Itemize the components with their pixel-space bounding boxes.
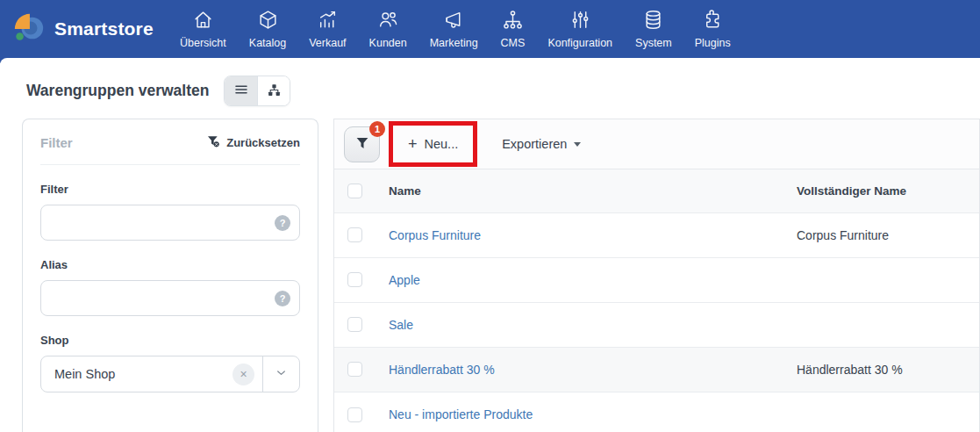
column-header-name[interactable]: Name	[389, 169, 797, 212]
new-category-button[interactable]: + Neu...	[393, 126, 473, 162]
nav-label: Katalog	[249, 37, 286, 49]
filter-clear-icon	[206, 134, 220, 151]
chevron-down-icon	[275, 366, 288, 382]
filter-panel: Filter Zurücksetzen Filter ?	[22, 119, 318, 432]
category-table: Name Vollständiger Name Corpus Furniture…	[334, 169, 979, 432]
list-icon	[233, 82, 249, 100]
shop-select-value[interactable]: Mein Shop	[41, 367, 232, 381]
export-label: Exportieren	[502, 137, 567, 151]
nav-label: Kunden	[369, 37, 407, 49]
nav-label: System	[635, 37, 672, 49]
category-name-link[interactable]: Corpus Furniture	[389, 228, 481, 242]
table-row: Sale	[334, 302, 979, 347]
nav-item-uebersicht[interactable]: Übersicht	[168, 9, 238, 49]
reset-filters-label: Zurücksetzen	[226, 136, 300, 149]
filter-panel-header: Filter Zurücksetzen	[23, 119, 318, 164]
list-view-button[interactable]	[225, 76, 257, 105]
nav-label: Plugins	[695, 37, 731, 49]
annotation-box: + Neu...	[389, 121, 477, 167]
row-checkbox[interactable]	[347, 407, 362, 422]
database-icon	[642, 9, 664, 33]
tree-view-button[interactable]	[257, 76, 290, 105]
megaphone-icon	[443, 9, 465, 33]
row-checkbox[interactable]	[347, 227, 362, 242]
category-name-link[interactable]: Neu - importierte Produkte	[389, 407, 533, 421]
category-grid: 1 + Neu... Exportieren	[333, 119, 980, 432]
toggle-filter-button[interactable]: 1	[344, 126, 380, 162]
table-row: Corpus Furniture Corpus Furniture	[334, 212, 979, 257]
grid-toolbar: 1 + Neu... Exportieren	[334, 119, 979, 169]
row-checkbox[interactable]	[347, 317, 362, 332]
alias-field-group: Alias ?	[40, 258, 300, 316]
table-row: Händlerrabatt 30 % Händlerrabatt 30 %	[334, 347, 979, 392]
table-row: Apple	[334, 257, 979, 302]
bar-chart-icon	[317, 9, 339, 33]
category-name-link[interactable]: Apple	[389, 273, 420, 287]
puzzle-icon	[702, 9, 724, 33]
shop-field-group: Shop Mein Shop ×	[40, 334, 300, 392]
export-dropdown-button[interactable]: Exportieren	[493, 137, 590, 151]
nav-item-marketing[interactable]: Marketing	[418, 9, 490, 49]
nav-item-verkauf[interactable]: Verkauf	[297, 9, 357, 49]
column-header-full-name[interactable]: Vollständiger Name	[797, 169, 979, 212]
filter-field-label: Filter	[40, 183, 300, 196]
nav-label: Konfiguration	[547, 37, 612, 49]
table-body: Corpus Furniture Corpus Furniture Apple	[334, 212, 979, 432]
nav-item-system[interactable]: System	[624, 9, 683, 49]
nav-label: CMS	[501, 37, 526, 49]
reset-filters-button[interactable]: Zurücksetzen	[206, 134, 300, 151]
page-header: Warengruppen verwalten	[0, 58, 980, 119]
row-checkbox[interactable]	[347, 362, 362, 377]
clear-selection-icon[interactable]: ×	[232, 364, 254, 385]
category-name-link[interactable]: Sale	[389, 318, 413, 332]
cube-icon	[257, 9, 279, 33]
sitemap-icon	[502, 9, 524, 33]
filter-panel-title: Filter	[40, 135, 73, 150]
smartstore-logo-icon	[12, 11, 46, 47]
nav-label: Marketing	[430, 37, 478, 49]
page-title: Warengruppen verwalten	[26, 82, 209, 100]
view-toggle-group	[224, 76, 290, 106]
brand-logo[interactable]: Smartstore	[12, 11, 154, 47]
caret-down-icon	[574, 142, 581, 147]
filter-panel-body: Filter ? Alias ? Shop Mei	[23, 165, 318, 428]
shop-select-caret[interactable]	[262, 356, 299, 392]
funnel-icon	[354, 135, 370, 154]
filter-input[interactable]	[40, 205, 300, 241]
category-full-name: Händlerrabatt 30 %	[797, 363, 903, 377]
nav-item-plugins[interactable]: Plugins	[683, 9, 742, 49]
main-area: Filter Zurücksetzen Filter ?	[0, 119, 980, 432]
filter-field-group: Filter ?	[40, 183, 300, 241]
category-name-link[interactable]: Händlerrabatt 30 %	[389, 363, 495, 377]
new-category-label: Neu...	[425, 137, 459, 151]
table-row: Neu - importierte Produkte	[334, 392, 979, 432]
alias-input[interactable]	[40, 280, 300, 316]
content-area: Warengruppen verwalten Filter	[0, 58, 980, 432]
nav-item-cms[interactable]: CMS	[490, 9, 537, 49]
brand-name: Smartstore	[54, 18, 154, 40]
nav-label: Verkauf	[309, 37, 346, 49]
help-icon[interactable]: ?	[275, 215, 290, 231]
nav-item-konfiguration[interactable]: Konfiguration	[536, 9, 624, 49]
plus-icon: +	[408, 136, 418, 152]
sliders-icon	[569, 9, 591, 33]
alias-field-label: Alias	[40, 258, 300, 271]
tree-icon	[267, 83, 282, 100]
table-header-row: Name Vollständiger Name	[334, 169, 979, 212]
nav-label: Übersicht	[180, 37, 226, 49]
main-nav: Übersicht Katalog Verkauf Kunden Marketi…	[168, 9, 742, 49]
home-icon	[192, 9, 214, 33]
category-full-name: Corpus Furniture	[797, 228, 889, 242]
filter-count-badge: 1	[369, 121, 385, 137]
topbar: Smartstore Übersicht Katalog Verkauf Kun…	[0, 0, 980, 63]
help-icon[interactable]: ?	[275, 291, 290, 306]
nav-item-katalog[interactable]: Katalog	[238, 9, 297, 49]
row-checkbox[interactable]	[347, 272, 362, 287]
shop-select[interactable]: Mein Shop ×	[40, 356, 300, 392]
people-icon	[377, 9, 399, 33]
select-all-checkbox[interactable]	[347, 184, 362, 198]
nav-item-kunden[interactable]: Kunden	[358, 9, 418, 49]
shop-field-label: Shop	[40, 334, 300, 347]
